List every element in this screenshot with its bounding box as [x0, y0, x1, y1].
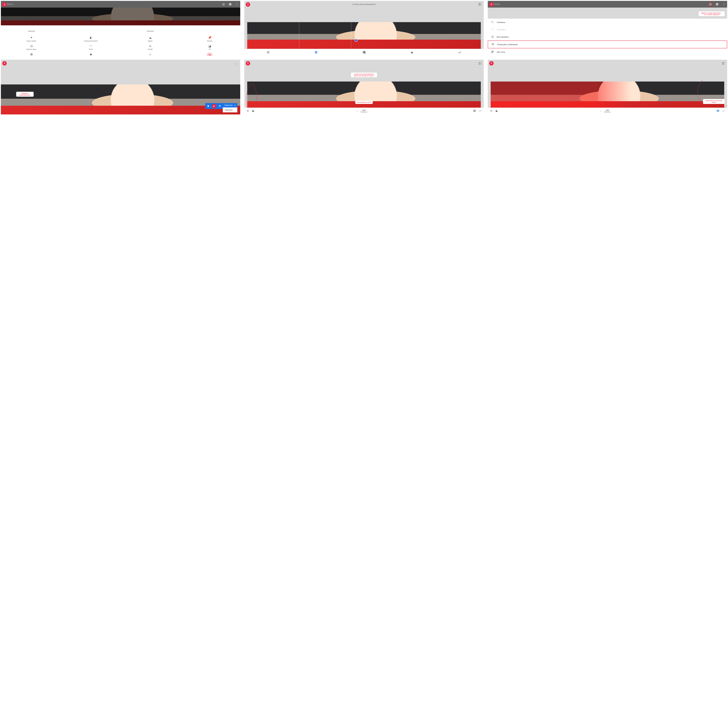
blur-center-handle[interactable]	[355, 39, 358, 42]
apply-icon[interactable]	[458, 50, 462, 54]
tool-label: Блеск софита	[27, 40, 36, 42]
info-icon[interactable]	[229, 3, 232, 6]
tool-label: Винтаж	[207, 40, 212, 42]
svg-point-10	[716, 3, 718, 6]
tool-label: Grunge	[148, 49, 153, 50]
svg-rect-21	[479, 62, 480, 64]
svg-rect-25	[723, 62, 725, 64]
layers-icon[interactable]	[222, 3, 225, 6]
tool-partial	[61, 26, 121, 32]
gear-icon[interactable]	[234, 104, 236, 107]
mask-callout: включение / отключение маски	[703, 99, 725, 104]
brush-edit-icon[interactable]	[211, 103, 217, 109]
tool-partial: коррекция	[121, 26, 180, 32]
adjust-icon[interactable]	[362, 50, 366, 54]
svg-point-8	[363, 52, 364, 53]
tool-icon: ✦	[29, 36, 33, 40]
restore-icon	[491, 35, 494, 38]
compare-icon[interactable]	[479, 62, 482, 65]
callout-3-number: 3	[476, 47, 477, 48]
mask-toggle-icon[interactable]	[473, 109, 476, 113]
tool-размытие[interactable]: ⊕Размытие	[180, 52, 239, 56]
cancel-icon[interactable]	[490, 109, 493, 113]
tools-sheet: коррекция коррекция ✦Блеск софита◐Тональ…	[1, 25, 240, 56]
invert-icon[interactable]	[252, 109, 255, 113]
tool-винтаж[interactable]: 📌Винтаж	[180, 36, 239, 42]
menu-label: Отменить	[497, 21, 505, 23]
menu-layers[interactable]: Посмотреть изменения	[488, 40, 727, 48]
svg-point-12	[723, 4, 724, 5]
tool-grunge[interactable]: ☠Grunge	[121, 44, 180, 50]
tool-icon: ☠	[148, 44, 152, 48]
brush-toolbar: ↓ 100Размытие ↑	[488, 108, 727, 115]
svg-rect-24	[722, 62, 723, 64]
more-icon[interactable]	[722, 3, 725, 6]
tool-label: Тональный контраст	[84, 40, 98, 42]
blur-type-icon[interactable]	[314, 50, 318, 54]
tool-нуар[interactable]: ✿Нуар	[2, 52, 61, 56]
tool-icon: ✿	[29, 52, 33, 56]
step-badge: 2	[246, 2, 250, 7]
svg-point-26	[717, 110, 718, 111]
editor-bottom-bar	[244, 49, 484, 56]
menu-undo[interactable]: Отменить	[488, 18, 727, 26]
edit-stack-dropdown: Размытие ‹ Оригинал	[205, 103, 237, 112]
invert-icon[interactable]	[496, 109, 498, 113]
brush-value: 100Размытие	[361, 109, 367, 113]
tool-положение-головы[interactable]: ☺Положение головы	[121, 52, 180, 56]
tool-портрет[interactable]: ☻Портрет	[61, 52, 121, 56]
svg-point-7	[364, 51, 365, 52]
stack-item-blur[interactable]: Размытие ‹	[223, 103, 237, 107]
tool-icon: ⊕	[207, 52, 213, 56]
tool-ретро[interactable]: 〰Ретро	[61, 44, 121, 50]
step-badge: 6	[489, 61, 494, 66]
more-icon[interactable]: ⋮	[235, 62, 238, 66]
edit-actions-bar	[205, 103, 223, 109]
layers-icon[interactable]	[709, 3, 712, 6]
callout-edit: выберите редактирование	[16, 92, 34, 97]
layers-icon	[491, 43, 494, 46]
tool-partial	[180, 26, 239, 32]
stack-item-original[interactable]: Оригинал	[223, 107, 237, 112]
panel-6: 6 BE включение / отключение маски ↓ 100Р…	[488, 60, 727, 115]
tool-ч-б[interactable]: ◪Ч/б	[180, 44, 239, 50]
cancel-icon[interactable]	[266, 50, 270, 54]
decrease-icon[interactable]: ↓	[600, 110, 601, 112]
menu-redo: Повторить	[488, 26, 727, 33]
more-icon[interactable]	[235, 3, 239, 6]
tool-блеск-софита[interactable]: ✦Блеск софита	[2, 36, 61, 42]
compare-icon[interactable]	[722, 62, 725, 65]
svg-rect-4	[479, 3, 480, 5]
svg-point-19	[219, 106, 220, 106]
info-icon[interactable]	[716, 3, 719, 6]
increase-icon[interactable]: ↑	[370, 110, 371, 112]
step-badge: 5	[246, 61, 250, 66]
tool-label: Драма	[148, 40, 153, 42]
panel-4: 4 ⋮ BE выберите редактирование Размытие …	[1, 60, 240, 115]
svg-rect-16	[493, 51, 494, 52]
mask-toggle-icon[interactable]	[716, 109, 720, 113]
menu-label: QR-стиль	[497, 51, 505, 53]
svg-rect-15	[491, 51, 492, 52]
menu-qr[interactable]: QR-стиль	[488, 48, 727, 56]
panel-3: 3 ОТКРЫТЬ зайдите в раздел изменений — э…	[488, 1, 727, 56]
delete-icon[interactable]	[205, 103, 211, 109]
brush-toolbar: ↓ 100Размытие ↑	[244, 108, 484, 115]
style-icon[interactable]	[410, 50, 414, 54]
menu-restore[interactable]: Восстановить	[488, 33, 727, 40]
tool-icon: ◐	[89, 36, 93, 40]
increase-icon[interactable]: ↑	[613, 110, 615, 112]
sliders-icon[interactable]	[217, 103, 223, 109]
tool-partial: коррекция	[2, 26, 61, 32]
tool-тональный-контраст[interactable]: ◐Тональный контраст	[61, 36, 121, 42]
apply-icon[interactable]	[722, 109, 725, 113]
chevron-left-icon: ‹	[224, 106, 225, 108]
photo-preview: BE	[1, 84, 240, 115]
tool-драма[interactable]: ☁Драма	[121, 36, 180, 42]
decrease-icon[interactable]: ↓	[357, 110, 358, 112]
tool-крупное-зерно[interactable]: ⊡Крупное зерно	[2, 44, 61, 50]
apply-icon[interactable]	[479, 109, 482, 113]
svg-rect-22	[480, 62, 481, 64]
compare-icon[interactable]	[479, 3, 482, 6]
cancel-icon[interactable]	[246, 109, 249, 113]
